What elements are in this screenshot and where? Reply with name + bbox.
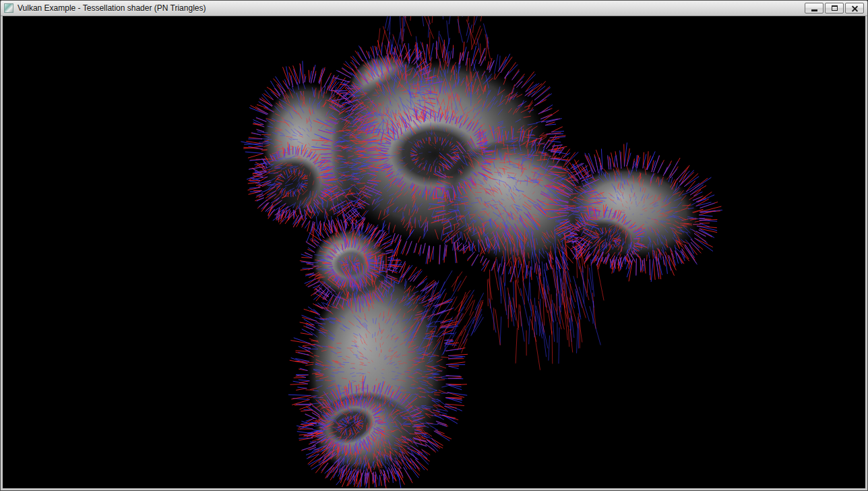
window-controls: [803, 3, 864, 13]
app-icon[interactable]: [4, 3, 13, 13]
minimize-icon: [811, 9, 817, 11]
vulkan-render-canvas[interactable]: [3, 16, 865, 488]
app-window: Vulkan Example - Tessellation shader (PN…: [0, 0, 868, 491]
title-bar[interactable]: Vulkan Example - Tessellation shader (PN…: [1, 1, 867, 16]
maximize-button[interactable]: [825, 3, 844, 13]
window-title: Vulkan Example - Tessellation shader (PN…: [18, 3, 206, 13]
minimize-button[interactable]: [805, 3, 824, 13]
close-icon: [851, 5, 859, 12]
render-viewport: [3, 16, 865, 488]
maximize-icon: [832, 5, 838, 11]
close-button[interactable]: [845, 3, 864, 13]
